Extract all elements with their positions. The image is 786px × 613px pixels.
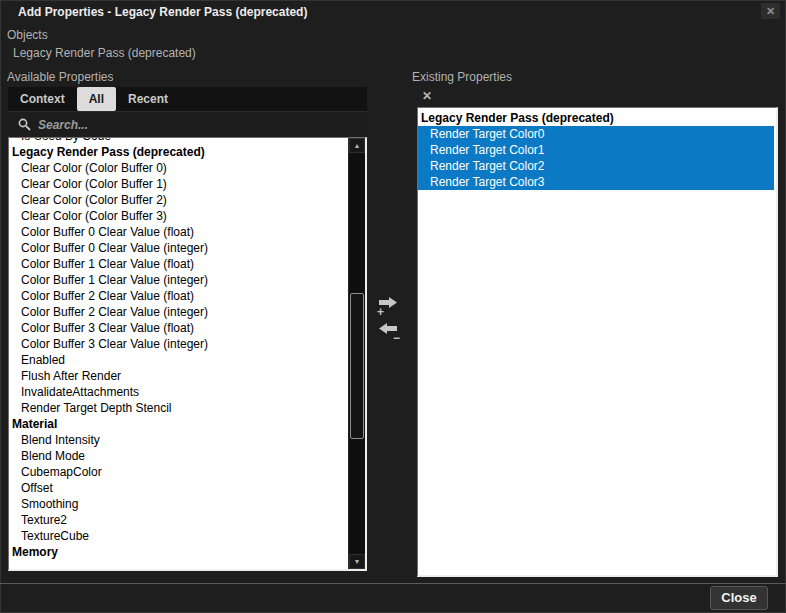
available-property-cubemapcolor[interactable]: CubemapColor [9, 464, 348, 480]
available-properties-label: Available Properties [7, 70, 114, 84]
available-property-memory[interactable]: Memory [9, 544, 348, 560]
existing-property-legacy-render-pass-deprecated[interactable]: Legacy Render Pass (deprecated) [418, 110, 776, 126]
existing-property-render-target-color0[interactable]: Render Target Color0 [418, 126, 774, 142]
available-property-color-buffer-3-clear-value-float[interactable]: Color Buffer 3 Clear Value (float) [9, 320, 348, 336]
plus-icon: + [377, 307, 384, 317]
available-property-color-buffer-0-clear-value-float[interactable]: Color Buffer 0 Clear Value (float) [9, 224, 348, 240]
scroll-down-icon[interactable]: ▼ [349, 554, 365, 569]
available-property-clear-color-color-buffer-2[interactable]: Clear Color (Color Buffer 2) [9, 192, 348, 208]
available-property-color-buffer-3-clear-value-integer[interactable]: Color Buffer 3 Clear Value (integer) [9, 336, 348, 352]
add-property-button[interactable]: + [374, 294, 406, 320]
scroll-up-icon[interactable]: ▲ [349, 138, 365, 153]
available-property-color-buffer-2-clear-value-float[interactable]: Color Buffer 2 Clear Value (float) [9, 288, 348, 304]
search-bar [8, 111, 367, 137]
available-property-clear-color-color-buffer-3[interactable]: Clear Color (Color Buffer 3) [9, 208, 348, 224]
scrollbar-thumb[interactable] [350, 293, 364, 439]
tab-recent[interactable]: Recent [116, 87, 180, 111]
available-property-clear-color-color-buffer-0[interactable]: Clear Color (Color Buffer 0) [9, 160, 348, 176]
existing-properties-label: Existing Properties [412, 70, 512, 84]
available-property-color-buffer-0-clear-value-integer[interactable]: Color Buffer 0 Clear Value (integer) [9, 240, 348, 256]
available-property-blend-intensity[interactable]: Blend Intensity [9, 432, 348, 448]
objects-label: Objects [7, 28, 48, 42]
available-properties-list: Is Used By CodeLegacy Render Pass (depre… [8, 137, 367, 571]
available-property-color-buffer-1-clear-value-float[interactable]: Color Buffer 1 Clear Value (float) [9, 256, 348, 272]
scrollbar[interactable]: ▲ ▼ [348, 138, 365, 569]
existing-property-render-target-color1[interactable]: Render Target Color1 [418, 142, 774, 158]
existing-properties-rows: Legacy Render Pass (deprecated)Render Ta… [418, 110, 776, 575]
available-property-blend-mode[interactable]: Blend Mode [9, 448, 348, 464]
available-property-render-target-depth-stencil[interactable]: Render Target Depth Stencil [9, 400, 348, 416]
tab-all[interactable]: All [77, 87, 116, 111]
footer-divider [0, 583, 786, 584]
dialog-title: Add Properties - Legacy Render Pass (dep… [18, 5, 307, 19]
available-property-clear-color-color-buffer-1[interactable]: Clear Color (Color Buffer 1) [9, 176, 348, 192]
available-property-material[interactable]: Material [9, 416, 348, 432]
available-property-legacy-render-pass-deprecated[interactable]: Legacy Render Pass (deprecated) [9, 144, 348, 160]
search-icon [18, 118, 31, 131]
dialog-close-icon[interactable]: ✕ [761, 3, 780, 19]
available-property-flush-after-render[interactable]: Flush After Render [9, 368, 348, 384]
remove-existing-icon[interactable]: ✕ [419, 89, 435, 104]
add-properties-dialog: { "window": { "title": "Add Properties -… [0, 0, 786, 613]
existing-property-render-target-color3[interactable]: Render Target Color3 [418, 174, 774, 190]
search-input[interactable] [38, 118, 367, 132]
available-property-offset[interactable]: Offset [9, 480, 348, 496]
minus-icon: − [393, 333, 400, 343]
available-property-enabled[interactable]: Enabled [9, 352, 348, 368]
available-property-color-buffer-2-clear-value-integer[interactable]: Color Buffer 2 Clear Value (integer) [9, 304, 348, 320]
object-name: Legacy Render Pass (deprecated) [13, 46, 196, 60]
tab-context[interactable]: Context [8, 87, 77, 111]
available-property-smoothing[interactable]: Smoothing [9, 496, 348, 512]
available-property-color-buffer-1-clear-value-integer[interactable]: Color Buffer 1 Clear Value (integer) [9, 272, 348, 288]
available-property-texture2[interactable]: Texture2 [9, 512, 348, 528]
available-property-invalidateattachments[interactable]: InvalidateAttachments [9, 384, 348, 400]
available-property-texturecube[interactable]: TextureCube [9, 528, 348, 544]
close-button[interactable]: Close [710, 586, 768, 610]
existing-property-render-target-color2[interactable]: Render Target Color2 [418, 158, 774, 174]
existing-properties-list: Legacy Render Pass (deprecated)Render Ta… [417, 107, 778, 577]
remove-property-button[interactable]: − [374, 320, 406, 346]
tab-bar: ContextAllRecent [8, 87, 367, 111]
available-properties-rows: Is Used By CodeLegacy Render Pass (depre… [9, 138, 348, 569]
